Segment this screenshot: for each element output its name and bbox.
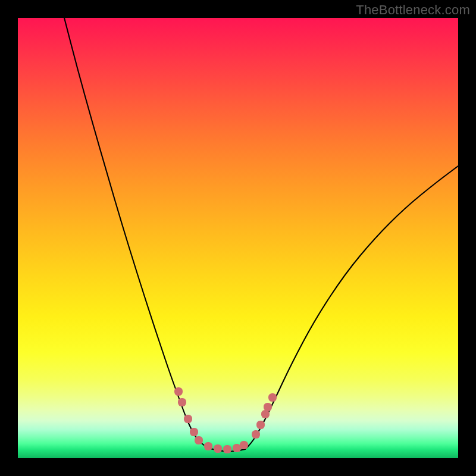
marker-point <box>184 415 192 423</box>
marker-point <box>223 445 231 453</box>
marker-point <box>204 442 212 450</box>
marker-point <box>195 436 203 444</box>
watermark-text: TheBottleneck.com <box>356 2 470 18</box>
marker-group <box>174 387 277 453</box>
marker-point <box>178 398 186 406</box>
marker-point <box>190 428 198 436</box>
curve-right-branch <box>245 166 458 449</box>
marker-point <box>214 444 222 453</box>
plot-area <box>18 18 458 458</box>
marker-point <box>233 444 241 452</box>
marker-point <box>252 430 260 439</box>
marker-point <box>174 387 183 396</box>
chart-svg <box>18 18 458 458</box>
chart-frame: TheBottleneck.com <box>0 0 476 476</box>
marker-point <box>264 403 272 411</box>
marker-point <box>268 393 277 402</box>
curve-left-branch <box>64 18 208 448</box>
marker-point <box>240 441 248 449</box>
marker-point <box>261 410 270 418</box>
marker-point <box>256 421 265 429</box>
curve-group <box>64 18 458 452</box>
